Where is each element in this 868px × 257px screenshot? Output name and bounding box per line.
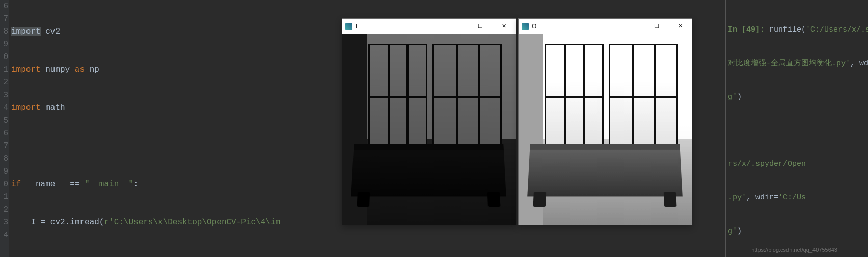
app-icon <box>345 23 352 30</box>
image-window-O[interactable]: O — ☐ ✕ <box>518 18 692 225</box>
close-button[interactable]: ✕ <box>668 19 692 34</box>
image-window-I[interactable]: I — ☐ ✕ <box>342 18 516 225</box>
minimize-button[interactable]: — <box>445 19 469 34</box>
app-icon <box>522 23 529 30</box>
titlebar[interactable]: I — ☐ ✕ <box>342 19 516 34</box>
minimize-button[interactable]: — <box>621 19 645 34</box>
titlebar[interactable]: O — ☐ ✕ <box>519 19 692 34</box>
watermark: https://blog.csdn.net/qq_40755643 <box>751 247 837 253</box>
ipython-console[interactable]: In [49]: runfile('C:/Users/x/.spyder/Ope… <box>725 0 868 257</box>
window-title: I <box>356 23 357 30</box>
keyword: import <box>11 27 41 36</box>
maximize-button[interactable]: ☐ <box>469 19 492 34</box>
maximize-button[interactable]: ☐ <box>645 19 668 34</box>
line-number-gutter: 6 7 8 9 0 1 2 3 4 5 6 7 8 9 0 1 2 3 4 <box>0 0 9 257</box>
image-content <box>342 34 516 225</box>
window-title: O <box>532 23 536 30</box>
close-button[interactable]: ✕ <box>492 19 516 34</box>
image-content <box>519 34 692 225</box>
